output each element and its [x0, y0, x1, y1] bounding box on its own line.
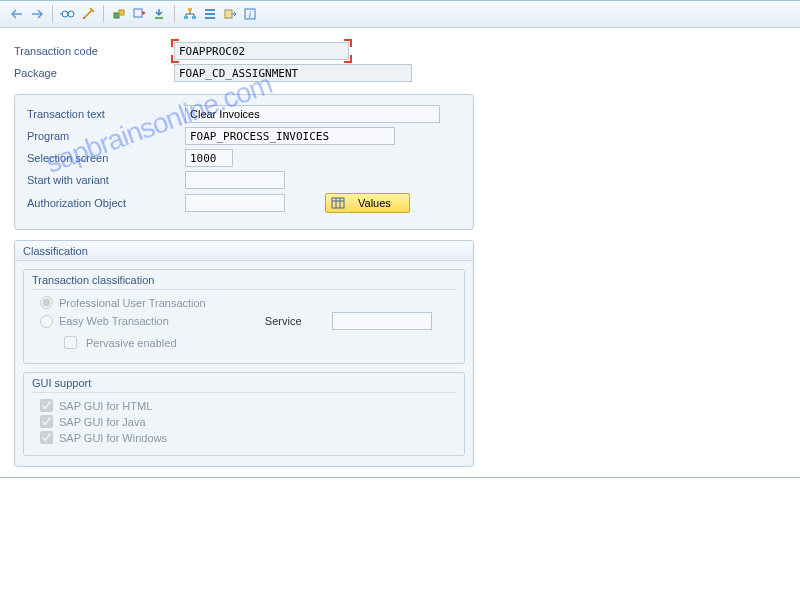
easy-web-label: Easy Web Transaction: [59, 315, 169, 327]
program-input[interactable]: [185, 127, 395, 145]
package-input[interactable]: [174, 64, 412, 82]
classification-panel: Classification Transaction classificatio…: [14, 240, 474, 467]
svg-rect-7: [188, 8, 192, 11]
change-icon[interactable]: [79, 5, 97, 23]
prof-user-radio[interactable]: [40, 296, 53, 309]
gui-support-group: GUI support SAP GUI for HTML SAP GUI for…: [23, 372, 465, 456]
values-button[interactable]: Values: [325, 193, 410, 213]
ttext-input[interactable]: [185, 105, 440, 123]
info-icon[interactable]: i: [241, 5, 259, 23]
ttext-label: Transaction text: [27, 108, 185, 120]
svg-rect-10: [205, 9, 215, 11]
svg-text:i: i: [249, 9, 252, 20]
gui-html-label: SAP GUI for HTML: [59, 400, 152, 412]
svg-point-0: [62, 11, 68, 17]
trans-class-group: Transaction classification Professional …: [23, 269, 465, 364]
pervasive-checkbox[interactable]: [64, 336, 77, 349]
svg-rect-4: [119, 10, 124, 15]
enhance-icon[interactable]: [130, 5, 148, 23]
gui-html-checkbox[interactable]: [40, 399, 53, 412]
trans-class-title: Transaction classification: [32, 274, 456, 290]
pervasive-label: Pervasive enabled: [86, 337, 177, 349]
list-icon[interactable]: [201, 5, 219, 23]
classification-title: Classification: [15, 241, 473, 261]
values-button-label: Values: [358, 197, 391, 209]
hierarchy-icon[interactable]: [181, 5, 199, 23]
svg-rect-6: [155, 17, 163, 19]
svg-rect-8: [184, 16, 188, 19]
variant-label: Start with variant: [27, 174, 185, 186]
prof-user-label: Professional User Transaction: [59, 297, 206, 309]
gui-win-checkbox[interactable]: [40, 431, 53, 444]
svg-point-1: [68, 11, 74, 17]
svg-rect-9: [192, 16, 196, 19]
display-icon[interactable]: [59, 5, 77, 23]
svg-rect-11: [205, 13, 215, 15]
forward-icon[interactable]: [28, 5, 46, 23]
gui-support-title: GUI support: [32, 377, 456, 393]
service-input[interactable]: [332, 312, 432, 330]
svg-rect-13: [225, 10, 232, 18]
program-label: Program: [27, 130, 185, 142]
table-icon: [330, 196, 346, 210]
easy-web-radio[interactable]: [40, 315, 53, 328]
details-panel: Transaction text Program Selection scree…: [14, 94, 474, 230]
svg-rect-5: [134, 9, 142, 17]
svg-rect-3: [114, 13, 119, 18]
service-label: Service: [265, 315, 302, 327]
tcode-label: Transaction code: [14, 45, 174, 57]
authobj-input[interactable]: [185, 194, 285, 212]
svg-rect-16: [332, 198, 344, 208]
other-object-icon[interactable]: [110, 5, 128, 23]
package-label: Package: [14, 67, 174, 79]
svg-rect-12: [205, 17, 215, 19]
check-icon[interactable]: [150, 5, 168, 23]
toolbar: i: [0, 1, 800, 28]
variant-input[interactable]: [185, 171, 285, 189]
tcode-input[interactable]: [174, 42, 349, 60]
execute-icon[interactable]: [221, 5, 239, 23]
gui-java-checkbox[interactable]: [40, 415, 53, 428]
authobj-label: Authorization Object: [27, 197, 185, 209]
selscreen-label: Selection screen: [27, 152, 185, 164]
selscreen-input[interactable]: [185, 149, 233, 167]
svg-point-2: [83, 17, 85, 19]
gui-java-label: SAP GUI for Java: [59, 416, 146, 428]
back-icon[interactable]: [8, 5, 26, 23]
gui-win-label: SAP GUI for Windows: [59, 432, 167, 444]
